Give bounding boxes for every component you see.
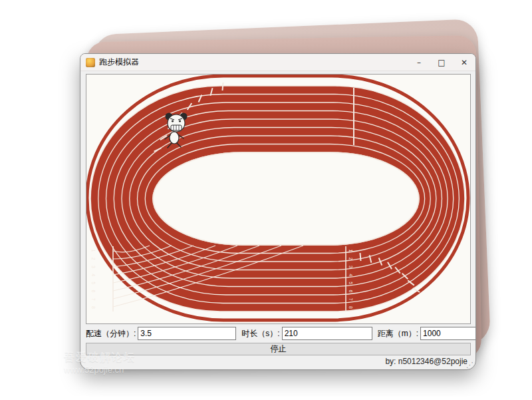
stop-button[interactable]: 停止 (86, 343, 471, 355)
duration-label: 时长（s）: (241, 328, 279, 339)
svg-text:8: 8 (91, 306, 96, 309)
minimize-button[interactable]: – (408, 54, 430, 71)
app-icon (86, 58, 95, 67)
distance-input[interactable] (420, 327, 476, 340)
svg-text:5: 5 (348, 282, 353, 284)
maximize-button[interactable]: □ (430, 54, 453, 71)
parameter-row: 配速（分钟）: 时长（s）: 距离（m）: (86, 327, 471, 340)
svg-text:3: 3 (91, 266, 96, 268)
distance-label: 距离（m）: (378, 328, 418, 339)
svg-text:4: 4 (91, 274, 96, 276)
svg-text:1: 1 (348, 250, 353, 252)
pace-input[interactable] (138, 327, 236, 340)
svg-text:2: 2 (348, 258, 353, 260)
pace-label: 配速（分钟）: (86, 328, 136, 339)
svg-text:3: 3 (348, 266, 353, 268)
svg-text:1: 1 (91, 250, 96, 252)
svg-text:5: 5 (91, 282, 96, 284)
title-bar[interactable]: 跑步模拟器 – □ ✕ (80, 54, 475, 71)
track-canvas: 1122334455667788 (86, 74, 471, 324)
svg-text:7: 7 (91, 298, 96, 301)
close-button[interactable]: ✕ (453, 54, 475, 71)
window-title: 跑步模拟器 (99, 57, 139, 68)
resize-grip[interactable]: ⋰ (466, 362, 473, 367)
track-drawing: 1122334455667788 (86, 75, 470, 323)
app-window: 跑步模拟器 – □ ✕ 1122334455667788 配速（分钟）: 时长（… (80, 53, 476, 370)
duration-input[interactable] (282, 327, 372, 340)
svg-text:8: 8 (348, 306, 353, 309)
credit-text: by: n5012346@52pojie (385, 357, 467, 366)
svg-text:7: 7 (348, 298, 353, 301)
desktop-background: 跑步模拟器 – □ ✕ 1122334455667788 配速（分钟）: 时长（… (0, 0, 532, 400)
svg-text:6: 6 (348, 290, 353, 293)
svg-text:4: 4 (348, 274, 353, 276)
svg-text:2: 2 (91, 258, 96, 260)
svg-text:6: 6 (91, 290, 96, 293)
